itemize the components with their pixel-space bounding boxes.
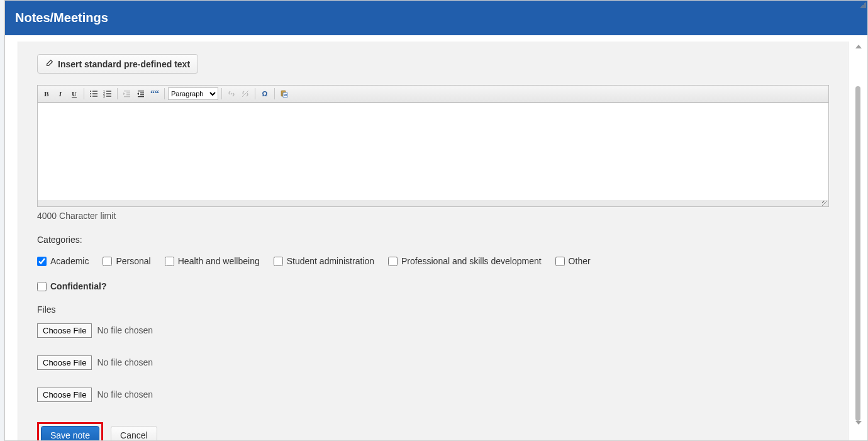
scroll-down-icon[interactable] (855, 421, 862, 425)
scroll-area: Insert standard pre-defined text B I U 1… (18, 42, 849, 440)
svg-rect-15 (124, 96, 130, 97)
unlink-button[interactable] (239, 87, 252, 100)
editor-resize-grip-icon[interactable] (822, 201, 827, 206)
svg-text:3: 3 (103, 94, 105, 98)
paste-from-word-button[interactable]: W (278, 87, 291, 100)
toolbar-separator (84, 88, 84, 99)
svg-point-2 (90, 93, 91, 94)
category-health-checkbox[interactable] (165, 257, 174, 266)
insert-predefined-text-label: Insert standard pre-defined text (58, 59, 190, 69)
category-other-label: Other (569, 256, 591, 266)
category-professional-label: Professional and skills development (401, 256, 542, 266)
svg-rect-18 (140, 94, 144, 95)
svg-rect-12 (124, 91, 130, 91)
svg-rect-19 (138, 96, 144, 97)
paragraph-format-select[interactable]: Paragraph (168, 87, 218, 100)
outdent-button[interactable] (121, 87, 133, 100)
toolbar-separator (221, 88, 222, 99)
categories-label: Categories: (37, 235, 829, 245)
category-other-checkbox[interactable] (555, 257, 565, 266)
category-professional[interactable]: Professional and skills development (388, 256, 542, 266)
categories-row: Academic Personal Health and wellbeing S… (37, 256, 829, 266)
files-label: Files (37, 304, 829, 315)
category-academic-label: Academic (50, 256, 89, 266)
file-status-2: No file chosen (97, 357, 153, 367)
blockquote-button[interactable]: ““ (148, 87, 161, 100)
link-button[interactable] (225, 87, 238, 100)
file-row-3: Choose File No file chosen (37, 388, 829, 402)
file-status-1: No file chosen (97, 325, 153, 335)
save-button-highlight: Save note (37, 422, 103, 441)
italic-button[interactable]: I (54, 87, 67, 100)
category-academic[interactable]: Academic (37, 256, 89, 266)
svg-point-0 (90, 91, 91, 92)
category-health[interactable]: Health and wellbeing (165, 256, 260, 266)
svg-rect-5 (92, 96, 97, 96)
indent-button[interactable] (135, 87, 147, 100)
svg-text:W: W (284, 93, 287, 97)
category-personal-checkbox[interactable] (103, 257, 112, 266)
editor-textarea[interactable] (38, 103, 828, 200)
svg-rect-11 (106, 96, 111, 96)
svg-rect-3 (92, 93, 97, 94)
category-student-admin-checkbox[interactable] (274, 257, 283, 266)
toolbar-separator (117, 88, 118, 99)
underline-button[interactable]: U (68, 87, 81, 100)
category-student-admin-label: Student administration (287, 256, 374, 266)
choose-file-button-1[interactable]: Choose File (37, 323, 92, 338)
svg-rect-9 (106, 93, 111, 94)
toolbar-separator (164, 88, 165, 99)
resize-handle-icon[interactable] (860, 2, 866, 8)
choose-file-button-3[interactable]: Choose File (37, 388, 92, 402)
category-other[interactable]: Other (555, 256, 591, 266)
scroll-thumb[interactable] (855, 86, 860, 421)
editor-toolbar: B I U 123 (38, 86, 828, 103)
modal-header: Notes/Meetings (5, 1, 867, 35)
background-sliver (0, 0, 4, 441)
svg-rect-17 (140, 92, 144, 93)
numbered-list-button[interactable]: 123 (101, 87, 114, 100)
file-status-3: No file chosen (97, 389, 153, 399)
rich-text-editor: B I U 123 (37, 85, 829, 207)
bold-button[interactable]: B (40, 87, 53, 100)
svg-point-4 (90, 96, 91, 97)
modal-title: Notes/Meetings (15, 11, 108, 25)
category-personal[interactable]: Personal (103, 256, 150, 266)
category-student-admin[interactable]: Student administration (274, 256, 374, 266)
confidential-label: Confidential? (50, 281, 106, 291)
file-row-1: Choose File No file chosen (37, 323, 829, 338)
content-panel: Insert standard pre-defined text B I U 1… (18, 42, 849, 440)
svg-rect-14 (126, 94, 130, 95)
modal-body: Insert standard pre-defined text B I U 1… (5, 35, 867, 440)
category-professional-checkbox[interactable] (388, 257, 398, 266)
edit-icon (45, 59, 54, 69)
category-academic-checkbox[interactable] (37, 257, 47, 266)
svg-rect-7 (106, 91, 111, 91)
svg-rect-13 (126, 92, 130, 93)
svg-rect-1 (92, 91, 97, 91)
confidential-row: Confidential? (37, 281, 829, 293)
scroll-up-icon[interactable] (855, 45, 862, 48)
toolbar-separator (274, 88, 275, 99)
toolbar-separator (255, 88, 255, 99)
save-note-button[interactable]: Save note (41, 426, 99, 441)
category-personal-label: Personal (116, 256, 150, 266)
editor-footer (38, 200, 828, 206)
vertical-scrollbar[interactable] (854, 45, 864, 425)
confidential-toggle[interactable]: Confidential? (37, 281, 106, 291)
file-row-2: Choose File No file chosen (37, 355, 829, 370)
scroll-track[interactable] (854, 86, 863, 421)
confidential-checkbox[interactable] (37, 282, 47, 291)
category-health-label: Health and wellbeing (178, 256, 260, 266)
character-limit-text: 4000 Character limit (37, 211, 829, 221)
choose-file-button-2[interactable]: Choose File (37, 355, 92, 370)
action-bar: Save note Cancel (37, 422, 829, 441)
special-character-button[interactable]: Ω (259, 87, 271, 100)
insert-predefined-text-button[interactable]: Insert standard pre-defined text (37, 54, 198, 74)
notes-meetings-modal: Notes/Meetings Insert standard pre-defin… (4, 0, 868, 441)
bullet-list-button[interactable] (87, 87, 100, 100)
svg-rect-16 (138, 91, 144, 91)
cancel-button[interactable]: Cancel (111, 426, 157, 441)
